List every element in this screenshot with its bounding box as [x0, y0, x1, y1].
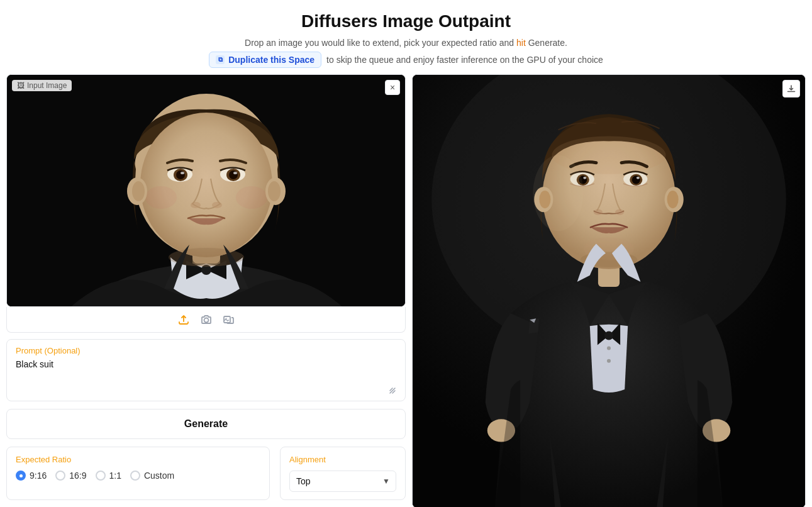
output-image-panel: [412, 74, 806, 507]
svg-point-23: [204, 318, 208, 323]
download-button[interactable]: [782, 80, 800, 98]
main-layout: 🖼 Input Image ×: [0, 74, 812, 507]
resize-handle: [16, 387, 396, 394]
duplicate-suffix: to skip the queue and enjoy faster infer…: [326, 55, 603, 65]
svg-point-13: [233, 172, 237, 174]
svg-point-21: [268, 181, 281, 201]
alignment-label: Alignment: [289, 455, 396, 464]
options-row: Expected Ratio 9:16 16:9 1:1: [6, 447, 406, 500]
input-image-label: 🖼 Input Image: [12, 80, 72, 91]
ratio-option-16-9[interactable]: 16:9: [55, 471, 86, 481]
left-panel: 🖼 Input Image ×: [6, 74, 412, 507]
svg-point-15: [212, 202, 222, 208]
svg-point-44: [637, 177, 640, 179]
radio-1-1: [96, 471, 106, 481]
svg-point-9: [181, 172, 184, 174]
ratio-label: Expected Ratio: [16, 455, 260, 464]
image-frame-icon: 🖼: [17, 81, 25, 90]
svg-point-19: [132, 181, 145, 201]
svg-point-8: [176, 170, 185, 179]
alignment-section: Alignment Top Middle Bottom ▼: [280, 447, 406, 500]
duplicate-row: ⧉ Duplicate this Space to skip the queue…: [13, 52, 799, 68]
subtitle: Drop an image you would like to extend, …: [13, 38, 799, 48]
duplicate-icon: ⧉: [216, 55, 225, 64]
ratio-label-16-9: 16:9: [69, 471, 86, 481]
svg-point-46: [615, 209, 624, 215]
upload-icon[interactable]: [177, 313, 190, 326]
radio-16-9: [55, 471, 65, 481]
svg-point-5: [140, 113, 272, 257]
image-upload-area[interactable]: 🖼 Input Image ×: [6, 74, 406, 307]
subtitle-end: Generate.: [526, 38, 567, 48]
svg-point-16: [145, 186, 177, 209]
svg-point-30: [607, 359, 611, 363]
svg-point-40: [583, 177, 586, 179]
ratio-options: 9:16 16:9 1:1 Custom: [16, 471, 260, 481]
camera-icon[interactable]: [200, 313, 213, 326]
svg-point-43: [632, 176, 640, 184]
radio-custom: [130, 471, 140, 481]
prompt-textarea[interactable]: Black suit: [16, 359, 396, 384]
ratio-option-9-16[interactable]: 9:16: [16, 471, 47, 481]
page-container: Diffusers Image Outpaint Drop an image y…: [0, 0, 812, 507]
expected-ratio-section: Expected Ratio 9:16 16:9 1:1: [6, 447, 270, 500]
gallery-icon[interactable]: [223, 313, 235, 326]
ratio-option-custom[interactable]: Custom: [130, 471, 174, 481]
radio-9-16: [16, 471, 26, 481]
input-image-svg: [7, 75, 406, 307]
output-image-svg: [413, 75, 805, 507]
svg-point-31: [604, 331, 613, 340]
svg-point-12: [229, 170, 238, 179]
alignment-select[interactable]: Top Middle Bottom: [289, 471, 396, 492]
alignment-select-wrapper: Top Middle Bottom ▼: [289, 471, 396, 492]
generate-button[interactable]: Generate: [6, 409, 406, 439]
svg-point-51: [667, 191, 679, 208]
svg-point-29: [607, 347, 611, 350]
duplicate-button[interactable]: ⧉ Duplicate this Space: [209, 52, 321, 68]
prompt-section: Prompt (Optional) Black suit: [6, 339, 406, 401]
ratio-label-1-1: 1:1: [109, 471, 121, 481]
ratio-label-9-16: 9:16: [30, 471, 47, 481]
subtitle-hit: hit: [516, 38, 526, 48]
subtitle-start: Drop an image you would like to extend, …: [245, 38, 516, 48]
ratio-option-1-1[interactable]: 1:1: [96, 471, 121, 481]
image-toolbar: [6, 307, 406, 333]
svg-point-45: [594, 209, 603, 215]
svg-point-53: [533, 155, 584, 231]
svg-point-14: [191, 202, 201, 208]
close-button[interactable]: ×: [385, 80, 400, 95]
svg-point-17: [236, 186, 267, 209]
page-title: Diffusers Image Outpaint: [13, 11, 799, 31]
header: Diffusers Image Outpaint Drop an image y…: [0, 0, 812, 74]
ratio-label-custom: Custom: [144, 471, 174, 481]
duplicate-label: Duplicate this Space: [228, 55, 314, 65]
prompt-label: Prompt (Optional): [16, 346, 396, 355]
